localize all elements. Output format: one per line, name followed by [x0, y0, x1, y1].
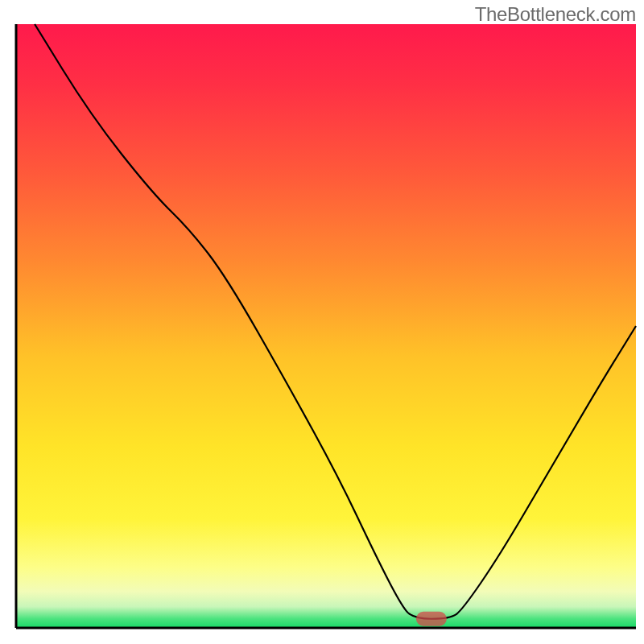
chart-container: TheBottleneck.com	[0, 0, 644, 644]
watermark-text: TheBottleneck.com	[475, 3, 636, 26]
chart-svg	[0, 0, 644, 644]
plot-background	[16, 24, 636, 628]
optimum-marker	[416, 612, 447, 626]
